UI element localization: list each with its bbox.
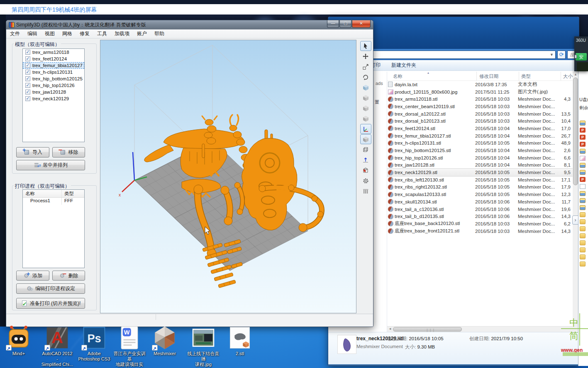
support-structures-icon[interactable] (360, 186, 371, 196)
desktop-icon-wpsdoc[interactable]: W晋江市产业实训基地建设项目实施... (113, 326, 146, 368)
model-checkbox[interactable]: ✓ (25, 50, 30, 55)
file-row[interactable]: trex_tail_a_c120136.stl2016/5/18 10:06Me… (387, 206, 573, 213)
column-type[interactable]: 类型 (521, 73, 531, 80)
file-row[interactable]: product_120115_800x600.jpg2017/5/31 11:2… (387, 88, 573, 96)
menu-item-8[interactable]: 帮助 (151, 30, 168, 37)
machine-settings-icon[interactable] (360, 176, 371, 186)
surface-normal-icon[interactable] (360, 155, 371, 165)
wireframe-view-icon[interactable] (360, 145, 371, 155)
coordinate-axes-icon[interactable] (360, 124, 371, 134)
file-row[interactable]: trex_ribs_left120130.stl2016/5/18 10:05M… (387, 176, 573, 184)
file-icon[interactable] (580, 184, 586, 189)
model-item[interactable]: ✓trex_h-clips120131 (23, 69, 84, 75)
file-row[interactable]: trex_tail_b_d120135.stl2016/5/18 10:06Me… (387, 213, 573, 220)
desktop-icon-stlthumb[interactable]: 2.stl (223, 326, 256, 356)
edit-process-button[interactable]: ⚙⚙编辑打印进程设定 (16, 283, 85, 294)
file-row[interactable]: trex_femur_tibia120127.stl2016/5/18 10:0… (387, 132, 573, 140)
view-cube-iso-icon[interactable] (360, 82, 371, 92)
model-checkbox[interactable]: ✓ (25, 96, 30, 101)
column-size[interactable]: 大小 (563, 73, 573, 80)
menu-item-6[interactable]: 加载项 (111, 30, 133, 37)
folder-icon[interactable] (580, 170, 586, 175)
model-checkbox[interactable]: ✓ (25, 90, 30, 94)
model-item[interactable]: ✓trex_feet120124 (23, 56, 84, 62)
file-row[interactable]: trex_arms120118.stl2016/5/18 10:03Meshmi… (387, 95, 573, 103)
folder-icon[interactable] (580, 163, 586, 168)
center-arrange-button[interactable]: ☰⇄居中并排列 (16, 160, 85, 170)
desktop-icon-meshmixer[interactable]: Meshmixer (148, 326, 181, 356)
desktop-icon-autocad[interactable]: AAutoCAD 2012 -Simplified Chi... (41, 326, 74, 367)
add-process-button[interactable]: ⚙+添加 (16, 271, 49, 281)
cross-section-view-icon[interactable] (360, 165, 371, 175)
close-button[interactable]: ✕ (352, 20, 371, 28)
vertical-scrollbar[interactable]: ▲ (573, 72, 578, 342)
scale-tool-icon[interactable] (360, 62, 371, 72)
address-dropdown-icon[interactable]: ▼ (550, 51, 554, 58)
viewport-3d[interactable]: x (100, 40, 356, 313)
model-item[interactable]: ✓trex_jaw120128 (23, 89, 84, 95)
view-cube-front-icon[interactable] (360, 93, 371, 103)
file-row[interactable]: trex_hip_top120126.stl2016/5/18 10:04Mes… (387, 154, 573, 162)
horizontal-scroll-thumb[interactable]: ❘❘❘ (393, 327, 462, 332)
vertical-scroll-thumb[interactable] (573, 77, 578, 185)
model-checkbox[interactable]: ✓ (25, 83, 30, 88)
folder-icon[interactable] (580, 261, 586, 266)
model-item[interactable]: ✓trex_arms120118 (23, 49, 84, 56)
ppt-icon[interactable]: P (580, 177, 586, 182)
menu-item-5[interactable]: 工具 (93, 30, 111, 37)
expand-chevron-button[interactable]: › (572, 215, 578, 225)
import-button[interactable]: +导入 (16, 147, 49, 157)
file-row[interactable]: trex_feet120124.stl2016/5/18 10:04Meshmi… (387, 125, 573, 132)
model-item[interactable]: ✓trex_femur_tibia120127 (23, 62, 84, 69)
menu-item-4[interactable]: 修复 (76, 30, 93, 37)
translate-tool-icon[interactable] (360, 51, 371, 61)
folder-icon[interactable] (580, 240, 586, 245)
ppt-icon[interactable]: P (580, 142, 586, 147)
minimize-button[interactable]: — (327, 20, 339, 28)
file-row[interactable]: trex_ribs_right120132.stl2016/5/18 10:05… (387, 184, 573, 191)
file-row[interactable]: trex_center_beam120119.stl2016/5/18 10:0… (387, 103, 573, 110)
simplify3d-title-bar[interactable]: Simplify3D (授权给中国人)by：晓龙汉化翻译 吾爱破解专版 (6, 20, 373, 29)
folder-icon[interactable] (580, 212, 586, 217)
rotate-tool-icon[interactable] (360, 72, 371, 82)
refresh-button[interactable]: ⟳ (557, 51, 566, 59)
column-date[interactable]: 修改日期 (479, 73, 498, 80)
view-cube-side-icon[interactable] (360, 103, 371, 113)
model-checkbox[interactable]: ✓ (25, 76, 30, 81)
file-row[interactable]: dayin.la.txt2016/3/8 17:35文本文档 (387, 81, 573, 88)
file-row[interactable]: trex_dorsal_a120122.stl2016/5/18 10:03Me… (387, 110, 573, 118)
desktop[interactable]: 王龙骨架 ▼ ⟳ 搜索 霸 ▾ 共享 ▾ 打印 新建文件夹 ads 置 名称 ▴… (0, 16, 588, 368)
file-row[interactable]: 底座trex_base_back120120.stl2016/5/18 10:0… (387, 220, 573, 228)
file-row[interactable]: trex_scapulas120133.stl2016/5/18 10:05Me… (387, 191, 573, 198)
model-item[interactable]: ✓trex_hip_bottom120125 (23, 75, 84, 82)
menu-item-7[interactable]: 账户 (133, 30, 151, 37)
horizontal-scrollbar[interactable]: ◄ ❘❘❘ (387, 326, 573, 332)
file-row[interactable]: 底座trex_base_front120121.stl2016/5/18 10:… (387, 228, 573, 235)
remove-button[interactable]: −移除 (52, 147, 85, 157)
folder-icon[interactable] (580, 149, 586, 154)
model-checkbox[interactable]: ✓ (25, 63, 30, 68)
model-item[interactable]: ✓trex_hip_top120126 (23, 82, 84, 89)
img-icon[interactable] (580, 156, 586, 161)
file-row[interactable]: trex_h-clips120131.stl2016/5/18 10:05Mes… (387, 140, 573, 147)
model-item[interactable]: ✓trex_neck120129 (23, 95, 84, 102)
delete-process-button[interactable]: ⚙−删除 (52, 271, 85, 281)
file-row[interactable]: trex_skull120134.stl2016/5/18 10:06Meshm… (387, 198, 573, 206)
view-cube-top-icon[interactable] (360, 114, 371, 123)
toolbar-newfolder-button[interactable]: 新建文件夹 (391, 62, 416, 69)
solid-model-view-icon[interactable] (360, 134, 371, 144)
scroll-up-icon[interactable]: ▲ (574, 73, 577, 76)
process-row[interactable]: Process1 FFF (23, 198, 84, 205)
menu-item-3[interactable]: 网格 (59, 30, 76, 37)
folder-icon[interactable] (580, 226, 586, 231)
prepare-print-button[interactable]: ✔准备打印 (切片并预览)! (16, 298, 85, 309)
folder-icon[interactable] (580, 247, 586, 252)
ppt-icon[interactable]: P (580, 128, 586, 133)
folder-icon[interactable] (580, 198, 586, 203)
folder-icon[interactable] (580, 254, 586, 259)
ppt-icon[interactable]: P (580, 135, 586, 140)
folder-icon[interactable] (580, 233, 586, 238)
column-name[interactable]: 名称 (393, 73, 403, 80)
file-row[interactable]: trex_dorsal_b120123.stl2016/5/18 10:03Me… (387, 117, 573, 125)
desktop-icon-photoshop[interactable]: PsAdobePhotoshop CS3 (78, 326, 111, 362)
